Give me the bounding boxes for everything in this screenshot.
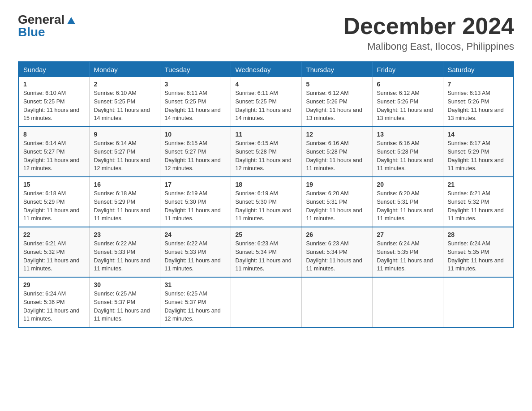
calendar-cell: 26 Sunrise: 6:23 AMSunset: 5:34 PMDaylig… [301, 227, 372, 277]
calendar-cell: 9 Sunrise: 6:14 AMSunset: 5:27 PMDayligh… [89, 127, 160, 177]
day-number: 22 [23, 231, 85, 238]
day-number: 8 [23, 131, 85, 138]
calendar-cell: 28 Sunrise: 6:24 AMSunset: 5:35 PMDaylig… [443, 227, 514, 277]
day-info: Sunrise: 6:10 AMSunset: 5:25 PMDaylight:… [23, 90, 79, 121]
day-number: 29 [23, 281, 85, 288]
day-number: 23 [94, 231, 155, 238]
day-info: Sunrise: 6:16 AMSunset: 5:28 PMDaylight:… [306, 140, 362, 171]
day-info: Sunrise: 6:11 AMSunset: 5:25 PMDaylight:… [236, 90, 292, 121]
day-number: 26 [306, 231, 368, 238]
header-monday: Monday [89, 62, 160, 77]
day-number: 10 [165, 131, 226, 138]
calendar-cell: 2 Sunrise: 6:10 AMSunset: 5:25 PMDayligh… [89, 77, 160, 127]
day-number: 4 [236, 81, 297, 88]
calendar-week-row: 22 Sunrise: 6:21 AMSunset: 5:32 PMDaylig… [18, 227, 514, 277]
day-number: 2 [94, 81, 155, 88]
calendar-cell: 7 Sunrise: 6:13 AMSunset: 5:26 PMDayligh… [443, 77, 514, 127]
calendar-cell: 11 Sunrise: 6:15 AMSunset: 5:28 PMDaylig… [231, 127, 301, 177]
calendar-cell: 27 Sunrise: 6:24 AMSunset: 5:35 PMDaylig… [372, 227, 443, 277]
calendar-cell: 6 Sunrise: 6:12 AMSunset: 5:26 PMDayligh… [372, 77, 443, 127]
day-info: Sunrise: 6:13 AMSunset: 5:26 PMDaylight:… [448, 90, 504, 121]
day-number: 6 [377, 81, 438, 88]
day-number: 20 [377, 181, 438, 188]
day-info: Sunrise: 6:18 AMSunset: 5:29 PMDaylight:… [23, 190, 79, 222]
calendar-cell: 22 Sunrise: 6:21 AMSunset: 5:32 PMDaylig… [18, 227, 89, 277]
day-number: 14 [448, 131, 509, 138]
day-info: Sunrise: 6:24 AMSunset: 5:36 PMDaylight:… [23, 291, 79, 322]
calendar-cell: 20 Sunrise: 6:20 AMSunset: 5:31 PMDaylig… [372, 177, 443, 227]
calendar-cell: 24 Sunrise: 6:22 AMSunset: 5:33 PMDaylig… [160, 227, 231, 277]
day-info: Sunrise: 6:12 AMSunset: 5:26 PMDaylight:… [306, 90, 362, 121]
header-friday: Friday [372, 62, 443, 77]
page-header: General Blue December 2024 Malibong East… [18, 13, 514, 52]
calendar-cell: 10 Sunrise: 6:15 AMSunset: 5:27 PMDaylig… [160, 127, 231, 177]
day-info: Sunrise: 6:19 AMSunset: 5:30 PMDaylight:… [165, 190, 221, 222]
day-info: Sunrise: 6:20 AMSunset: 5:31 PMDaylight:… [306, 190, 362, 222]
calendar-table: SundayMondayTuesdayWednesdayThursdayFrid… [18, 61, 514, 328]
day-info: Sunrise: 6:19 AMSunset: 5:30 PMDaylight:… [236, 190, 292, 222]
day-number: 18 [236, 181, 297, 188]
day-number: 5 [306, 81, 368, 88]
calendar-cell [372, 277, 443, 327]
day-info: Sunrise: 6:15 AMSunset: 5:27 PMDaylight:… [165, 140, 221, 171]
day-info: Sunrise: 6:22 AMSunset: 5:33 PMDaylight:… [94, 240, 150, 272]
month-title: December 2024 [343, 13, 514, 39]
day-number: 1 [23, 81, 85, 88]
day-number: 3 [165, 81, 226, 88]
calendar-cell: 5 Sunrise: 6:12 AMSunset: 5:26 PMDayligh… [301, 77, 372, 127]
calendar-cell: 1 Sunrise: 6:10 AMSunset: 5:25 PMDayligh… [18, 77, 89, 127]
calendar-cell: 17 Sunrise: 6:19 AMSunset: 5:30 PMDaylig… [160, 177, 231, 227]
day-info: Sunrise: 6:16 AMSunset: 5:28 PMDaylight:… [377, 140, 433, 171]
day-number: 11 [236, 131, 297, 138]
header-tuesday: Tuesday [160, 62, 231, 77]
calendar-cell: 23 Sunrise: 6:22 AMSunset: 5:33 PMDaylig… [89, 227, 160, 277]
calendar-cell: 25 Sunrise: 6:23 AMSunset: 5:34 PMDaylig… [231, 227, 301, 277]
day-number: 12 [306, 131, 368, 138]
day-number: 24 [165, 231, 226, 238]
day-number: 13 [377, 131, 438, 138]
title-section: December 2024 Malibong East, Ilocos, Phi… [343, 13, 514, 52]
calendar-week-row: 1 Sunrise: 6:10 AMSunset: 5:25 PMDayligh… [18, 77, 514, 127]
day-info: Sunrise: 6:21 AMSunset: 5:32 PMDaylight:… [23, 240, 79, 272]
calendar-cell: 31 Sunrise: 6:25 AMSunset: 5:37 PMDaylig… [160, 277, 231, 327]
calendar-cell: 19 Sunrise: 6:20 AMSunset: 5:31 PMDaylig… [301, 177, 372, 227]
day-info: Sunrise: 6:25 AMSunset: 5:37 PMDaylight:… [165, 291, 221, 322]
day-info: Sunrise: 6:10 AMSunset: 5:25 PMDaylight:… [94, 90, 150, 121]
calendar-cell [231, 277, 301, 327]
calendar-cell [443, 277, 514, 327]
location-title: Malibong East, Ilocos, Philippines [343, 41, 514, 52]
day-number: 19 [306, 181, 368, 188]
header-saturday: Saturday [443, 62, 514, 77]
header-thursday: Thursday [301, 62, 372, 77]
logo: General Blue [18, 13, 75, 39]
day-info: Sunrise: 6:24 AMSunset: 5:35 PMDaylight:… [448, 240, 504, 272]
calendar-cell [301, 277, 372, 327]
day-info: Sunrise: 6:23 AMSunset: 5:34 PMDaylight:… [236, 240, 292, 272]
day-info: Sunrise: 6:25 AMSunset: 5:37 PMDaylight:… [94, 291, 150, 322]
day-info: Sunrise: 6:23 AMSunset: 5:34 PMDaylight:… [306, 240, 362, 272]
day-info: Sunrise: 6:14 AMSunset: 5:27 PMDaylight:… [94, 140, 150, 171]
calendar-header-row: SundayMondayTuesdayWednesdayThursdayFrid… [18, 62, 514, 77]
calendar-cell: 21 Sunrise: 6:21 AMSunset: 5:32 PMDaylig… [443, 177, 514, 227]
day-info: Sunrise: 6:15 AMSunset: 5:28 PMDaylight:… [236, 140, 292, 171]
calendar-cell: 8 Sunrise: 6:14 AMSunset: 5:27 PMDayligh… [18, 127, 89, 177]
day-info: Sunrise: 6:14 AMSunset: 5:27 PMDaylight:… [23, 140, 79, 171]
day-number: 30 [94, 281, 155, 288]
day-number: 21 [448, 181, 509, 188]
calendar-cell: 13 Sunrise: 6:16 AMSunset: 5:28 PMDaylig… [372, 127, 443, 177]
calendar-week-row: 8 Sunrise: 6:14 AMSunset: 5:27 PMDayligh… [18, 127, 514, 177]
day-info: Sunrise: 6:12 AMSunset: 5:26 PMDaylight:… [377, 90, 433, 121]
day-number: 31 [165, 281, 226, 288]
day-number: 27 [377, 231, 438, 238]
day-number: 25 [236, 231, 297, 238]
day-number: 28 [448, 231, 509, 238]
calendar-cell: 4 Sunrise: 6:11 AMSunset: 5:25 PMDayligh… [231, 77, 301, 127]
day-info: Sunrise: 6:20 AMSunset: 5:31 PMDaylight:… [377, 190, 433, 222]
day-number: 17 [165, 181, 226, 188]
day-number: 7 [448, 81, 509, 88]
header-wednesday: Wednesday [231, 62, 301, 77]
header-sunday: Sunday [18, 62, 89, 77]
day-info: Sunrise: 6:22 AMSunset: 5:33 PMDaylight:… [165, 240, 221, 272]
day-info: Sunrise: 6:24 AMSunset: 5:35 PMDaylight:… [377, 240, 433, 272]
day-number: 16 [94, 181, 155, 188]
